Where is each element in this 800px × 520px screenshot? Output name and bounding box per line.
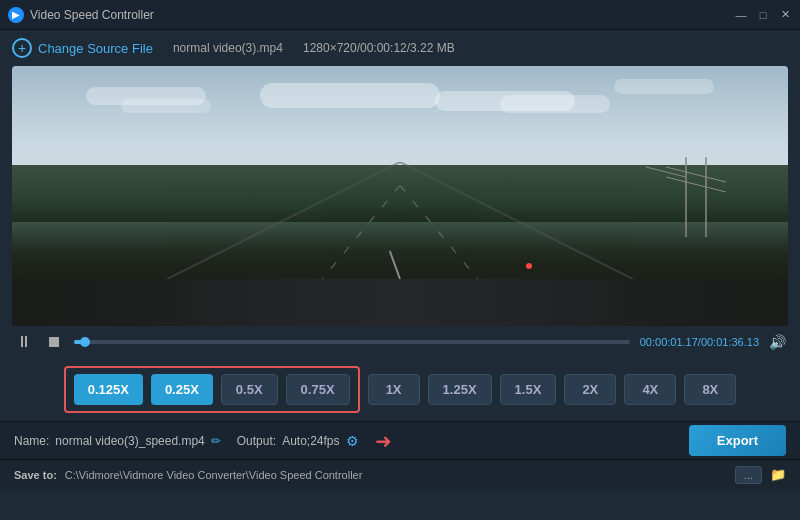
save-to-label: Save to:	[14, 469, 57, 481]
change-source-label: Change Source File	[38, 41, 153, 56]
speed-15x-button[interactable]: 1.5X	[500, 374, 557, 405]
video-player[interactable]	[12, 66, 788, 326]
browse-button[interactable]: ...	[735, 466, 762, 484]
open-folder-icon[interactable]: 📁	[770, 467, 786, 482]
app-icon: ▶	[8, 7, 24, 23]
speed-125x-button[interactable]: 1.25X	[428, 374, 492, 405]
name-label: Name:	[14, 434, 49, 448]
export-arrow-icon: ➜	[375, 429, 392, 453]
output-value: Auto;24fps	[282, 434, 339, 448]
change-source-button[interactable]: + Change Source File	[12, 38, 153, 58]
pause-button[interactable]: ⏸	[14, 332, 34, 352]
svg-line-6	[400, 162, 633, 279]
video-thumbnail	[12, 66, 788, 326]
close-button[interactable]: ✕	[778, 8, 792, 22]
window-controls: — □ ✕	[734, 8, 792, 22]
speed-controls: 0.125X 0.25X 0.5X 0.75X 1X 1.25X 1.5X 2X…	[0, 358, 800, 421]
dashboard-bg	[12, 279, 788, 326]
output-settings-icon[interactable]: ⚙	[346, 433, 359, 449]
bottom-info-bar: Name: normal video(3)_speed.mp4 ✏ Output…	[0, 421, 800, 459]
name-field: Name: normal video(3)_speed.mp4 ✏	[14, 434, 221, 448]
speed-05x-button[interactable]: 0.5X	[221, 374, 278, 405]
playback-controls: ⏸ ⏹ 00:00:01.17/00:01:36.13 🔊	[0, 326, 800, 358]
progress-thumb[interactable]	[80, 337, 90, 347]
speed-025x-button[interactable]: 0.25X	[151, 374, 213, 405]
save-bar: Save to: C:\Vidmore\Vidmore Video Conver…	[0, 459, 800, 489]
clouds-bg	[51, 79, 749, 157]
export-button[interactable]: Export	[689, 425, 786, 456]
minimize-button[interactable]: —	[734, 8, 748, 22]
output-field: Output: Auto;24fps ⚙	[237, 433, 359, 449]
edit-name-icon[interactable]: ✏	[211, 434, 221, 448]
save-path: C:\Vidmore\Vidmore Video Converter\Video…	[65, 469, 727, 481]
volume-button[interactable]: 🔊	[769, 334, 786, 350]
svg-line-7	[322, 186, 400, 280]
speed-1x-button[interactable]: 1X	[368, 374, 420, 405]
red-indicator	[526, 263, 532, 269]
road-lines-svg	[12, 162, 788, 279]
speed-2x-button[interactable]: 2X	[564, 374, 616, 405]
time-display: 00:00:01.17/00:01:36.13	[640, 336, 759, 348]
speed-0125x-button[interactable]: 0.125X	[74, 374, 143, 405]
progress-bar[interactable]	[74, 340, 630, 344]
speed-4x-button[interactable]: 4X	[624, 374, 676, 405]
plus-circle-icon: +	[12, 38, 32, 58]
slow-speed-group: 0.125X 0.25X 0.5X 0.75X	[64, 366, 360, 413]
maximize-button[interactable]: □	[756, 8, 770, 22]
title-bar: ▶ Video Speed Controller — □ ✕	[0, 0, 800, 30]
speed-8x-button[interactable]: 8X	[684, 374, 736, 405]
output-label: Output:	[237, 434, 276, 448]
file-name: normal video(3).mp4	[173, 41, 283, 55]
app-title: Video Speed Controller	[30, 8, 734, 22]
stop-button[interactable]: ⏹	[44, 332, 64, 352]
file-output-name: normal video(3)_speed.mp4	[55, 434, 204, 448]
speed-075x-button[interactable]: 0.75X	[286, 374, 350, 405]
toolbar: + Change Source File normal video(3).mp4…	[0, 30, 800, 66]
svg-line-8	[400, 186, 478, 280]
file-details: 1280×720/00:00:12/3.22 MB	[303, 41, 455, 55]
svg-line-5	[167, 162, 400, 279]
